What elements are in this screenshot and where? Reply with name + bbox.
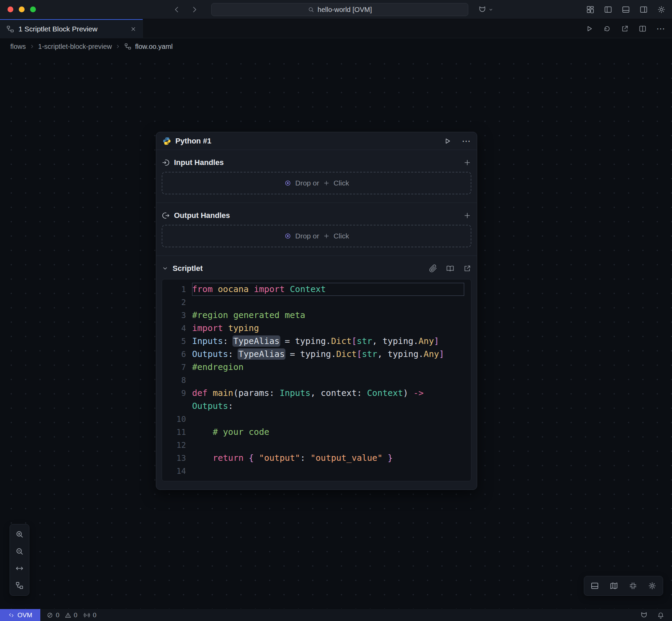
output-handles-section: Output Handles Drop or Click — [156, 203, 477, 256]
code-line[interactable]: #region generated meta — [192, 309, 464, 322]
breadcrumb-item-folder[interactable]: 1-scriptlet-block-preview — [38, 43, 112, 51]
code-line[interactable]: return { "output": "output_value" } — [192, 452, 464, 465]
zoom-window-button[interactable] — [30, 6, 36, 12]
output-handle-icon — [162, 211, 170, 220]
chevron-down-icon — [162, 265, 169, 272]
toggle-bottom-panel-button[interactable] — [621, 5, 630, 14]
python-node-card[interactable]: Python #1 ⋯ Input Handles Drop or Click — [156, 132, 477, 490]
notifications-button[interactable] — [657, 611, 664, 619]
open-external-button[interactable] — [463, 264, 471, 273]
code-row[interactable]: 8 — [162, 374, 471, 387]
output-handles-header: Output Handles — [162, 208, 471, 223]
add-output-handle-button[interactable] — [463, 211, 471, 220]
output-dropzone[interactable]: Drop or Click — [162, 225, 471, 247]
node-more-button[interactable]: ⋯ — [462, 137, 471, 146]
docs-button[interactable] — [446, 264, 454, 273]
collapse-scriptlet-button[interactable] — [162, 265, 169, 272]
fit-screen-button[interactable] — [626, 579, 640, 593]
code-row[interactable]: 4import typing — [162, 322, 471, 335]
line-number: 2 — [162, 296, 192, 309]
breadcrumb-item-file[interactable]: flow.oo.yaml — [135, 43, 173, 51]
search-value: hello-world [OVM] — [318, 6, 372, 14]
zoom-in-button[interactable] — [12, 527, 27, 541]
attach-file-button[interactable] — [429, 264, 437, 273]
code-line[interactable]: #endregion — [192, 361, 464, 374]
add-input-handle-button[interactable] — [463, 158, 471, 167]
code-row[interactable]: 12 — [162, 439, 471, 452]
assistant-menu[interactable] — [478, 0, 494, 19]
export-button[interactable] — [621, 25, 629, 33]
toggle-left-panel-button[interactable] — [604, 5, 613, 14]
canvas-view-toolbar — [584, 576, 663, 596]
breadcrumb-item-flows[interactable]: flows — [10, 43, 26, 51]
code-row[interactable]: Outputs: — [162, 400, 471, 413]
code-row[interactable]: 9def main(params: Inputs, context: Conte… — [162, 387, 471, 400]
code-editor[interactable]: 1from oocana import Context23#region gen… — [162, 279, 471, 481]
run-flow-button[interactable] — [585, 25, 593, 33]
code-line[interactable] — [192, 413, 464, 426]
auto-layout-button[interactable] — [12, 578, 27, 593]
settings-button[interactable] — [657, 5, 666, 14]
code-line[interactable] — [192, 296, 464, 309]
statusbar: OVM 0 0 0 — [0, 609, 672, 621]
forward-button[interactable] — [190, 5, 199, 14]
minimap-button[interactable] — [607, 579, 621, 593]
code-row[interactable]: 7#endregion — [162, 361, 471, 374]
tab-scriptlet-block-preview[interactable]: 1 Scriptlet Block Preview — [0, 19, 143, 38]
export-icon — [621, 25, 629, 33]
run-node-button[interactable] — [443, 137, 452, 145]
code-line[interactable] — [192, 439, 464, 452]
canvas-settings-button[interactable] — [645, 579, 659, 593]
code-line[interactable]: Outputs: TypeAlias = typing.Dict[str, ty… — [192, 348, 464, 361]
code-line[interactable] — [192, 374, 464, 387]
remote-indicator[interactable]: OVM — [0, 609, 40, 621]
close-tab-button[interactable] — [130, 26, 136, 32]
code-row[interactable]: 3#region generated meta — [162, 309, 471, 322]
line-number: 4 — [162, 322, 192, 335]
fit-view-button[interactable] — [12, 561, 27, 576]
code-line[interactable]: Outputs: — [192, 400, 464, 413]
code-row[interactable]: 1from oocana import Context — [162, 283, 471, 296]
code-line[interactable] — [192, 465, 464, 478]
customize-layout-button[interactable] — [586, 5, 595, 14]
problems-indicator[interactable]: 0 0 — [46, 611, 77, 619]
window-controls — [0, 6, 36, 12]
code-row[interactable]: 2 — [162, 296, 471, 309]
code-row[interactable]: 14 — [162, 465, 471, 478]
input-dropzone[interactable]: Drop or Click — [162, 172, 471, 194]
code-line[interactable]: def main(params: Inputs, context: Contex… — [192, 387, 464, 400]
history-nav — [173, 0, 199, 19]
code-row[interactable]: 13 return { "output": "output_value" } — [162, 452, 471, 465]
panel-bottom-icon — [621, 5, 630, 14]
back-button[interactable] — [173, 5, 181, 14]
code-line[interactable]: Inputs: TypeAlias = typing.Dict[str, typ… — [192, 335, 464, 348]
flow-canvas[interactable]: Python #1 ⋯ Input Handles Drop or Click — [0, 55, 672, 609]
dropzone-suffix: Click — [334, 179, 349, 187]
fit-width-icon — [15, 564, 24, 573]
split-editor-button[interactable] — [639, 25, 647, 33]
toggle-right-panel-button[interactable] — [639, 5, 648, 14]
line-number: 14 — [162, 465, 192, 478]
settings-gear-icon — [657, 5, 666, 14]
line-number: 10 — [162, 413, 192, 426]
more-actions-button[interactable]: ⋯ — [656, 24, 665, 33]
code-line[interactable]: from oocana import Context — [192, 283, 464, 296]
code-row[interactable]: 6Outputs: TypeAlias = typing.Dict[str, t… — [162, 348, 471, 361]
code-row[interactable]: 11 # your code — [162, 426, 471, 439]
assistant-status-button[interactable] — [640, 611, 648, 619]
code-row[interactable]: 10 — [162, 413, 471, 426]
dropzone-prefix: Drop or — [295, 179, 319, 187]
command-center-search[interactable]: hello-world [OVM] — [211, 3, 468, 16]
minimize-window-button[interactable] — [19, 6, 25, 12]
ports-indicator[interactable]: 0 — [83, 611, 96, 619]
zoom-out-button[interactable] — [12, 544, 27, 558]
code-line[interactable]: # your code — [192, 426, 464, 439]
close-window-button[interactable] — [8, 6, 13, 12]
rerun-button[interactable] — [603, 25, 611, 33]
code-row[interactable]: 5Inputs: TypeAlias = typing.Dict[str, ty… — [162, 335, 471, 348]
line-number: 11 — [162, 426, 192, 439]
toggle-console-button[interactable] — [588, 579, 602, 593]
back-arrow-icon — [173, 5, 181, 14]
line-number: 5 — [162, 335, 192, 348]
code-line[interactable]: import typing — [192, 322, 464, 335]
